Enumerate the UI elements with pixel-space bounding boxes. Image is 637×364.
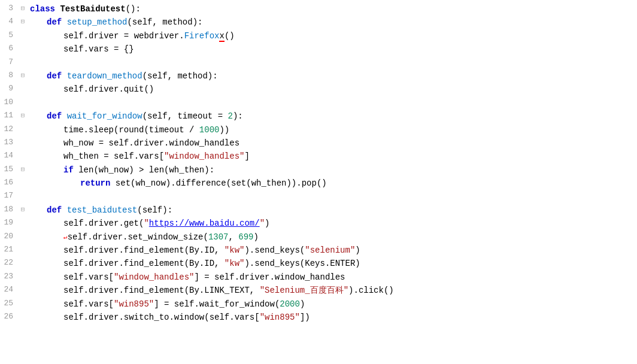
fold-4[interactable]: ⊟ xyxy=(18,16,28,28)
code-line-24: 24 self.driver.find_element(By.LINK_TEXT… xyxy=(0,284,637,297)
fold-16 xyxy=(18,177,28,178)
fold-18[interactable]: ⊟ xyxy=(18,204,28,216)
line-content-26: self.driver.switch_to.window(self.vars["… xyxy=(28,311,637,324)
code-line-23: 23 self.vars["window_handles"] = self.dr… xyxy=(0,271,637,284)
fold-5 xyxy=(18,29,28,31)
line-content-21: self.driver.find_element(By.ID, "kw").se… xyxy=(28,244,637,257)
code-line-8: 8 ⊟ def teardown_method(self, method): xyxy=(0,69,637,83)
line-content-6: self.vars = {} xyxy=(28,43,637,56)
line-content-20: ↵self.driver.set_window_size(1307, 699) xyxy=(28,230,637,244)
line-content-9: self.driver.quit() xyxy=(28,83,637,96)
code-line-20: 20 ↵self.driver.set_window_size(1307, 69… xyxy=(0,230,637,244)
line-num-15: 15 xyxy=(0,163,18,176)
code-line-19: 19 self.driver.get("https://www.baidu.co… xyxy=(0,217,637,230)
line-content-16: return set(wh_now).difference(set(wh_the… xyxy=(28,177,637,190)
code-line-12: 12 time.sleep(round(timeout / 1000)) xyxy=(0,123,637,136)
line-content-4: def setup_method(self, method): xyxy=(28,16,637,29)
line-num-8: 8 xyxy=(0,69,18,82)
fold-19 xyxy=(18,217,28,218)
line-num-20: 20 xyxy=(0,230,18,243)
line-num-4: 4 xyxy=(0,16,18,28)
code-editor: 3 ⊟ class TestBaidutest(): 4 ⊟ def setup… xyxy=(0,0,637,364)
line-content-7 xyxy=(28,56,637,69)
line-content-13: wh_now = self.driver.window_handles xyxy=(28,136,637,150)
code-line-7: 7 xyxy=(0,56,637,69)
code-line-26: 26 self.driver.switch_to.window(self.var… xyxy=(0,311,637,324)
line-num-10: 10 xyxy=(0,96,18,109)
line-num-23: 23 xyxy=(0,271,18,283)
code-line-25: 25 self.vars["win895"] = self.wait_for_w… xyxy=(0,298,637,311)
fold-20 xyxy=(18,230,28,232)
fold-15[interactable]: ⊟ xyxy=(18,163,28,175)
line-num-22: 22 xyxy=(0,257,18,269)
fold-24 xyxy=(18,284,28,285)
code-line-11: 11 ⊟ def wait_for_window(self, timeout =… xyxy=(0,110,637,123)
line-content-12: time.sleep(round(timeout / 1000)) xyxy=(28,123,637,136)
code-line-10: 10 xyxy=(0,96,637,110)
line-num-7: 7 xyxy=(0,56,18,69)
code-line-21: 21 self.driver.find_element(By.ID, "kw")… xyxy=(0,244,637,257)
fold-14 xyxy=(18,150,28,151)
line-content-14: wh_then = self.vars["window_handles"] xyxy=(28,150,637,163)
line-content-22: self.driver.find_element(By.ID, "kw").se… xyxy=(28,257,637,270)
line-content-24: self.driver.find_element(By.LINK_TEXT, "… xyxy=(28,284,637,297)
line-num-9: 9 xyxy=(0,83,18,95)
fold-10 xyxy=(18,96,28,98)
fold-26 xyxy=(18,311,28,312)
line-num-18: 18 xyxy=(0,204,18,216)
line-num-11: 11 xyxy=(0,110,18,122)
line-content-17 xyxy=(28,190,637,203)
fold-23 xyxy=(18,271,28,272)
fold-22 xyxy=(18,257,28,258)
line-num-26: 26 xyxy=(0,311,18,323)
fold-7 xyxy=(18,56,28,57)
fold-12 xyxy=(18,123,28,125)
code-line-22: 22 self.driver.find_element(By.ID, "kw")… xyxy=(0,257,637,270)
line-num-13: 13 xyxy=(0,136,18,149)
line-num-21: 21 xyxy=(0,244,18,256)
code-line-15: 15 ⊟ if len(wh_now) > len(wh_then): xyxy=(0,163,637,177)
line-content-8: def teardown_method(self, method): xyxy=(28,69,637,83)
line-content-3: class TestBaidutest(): xyxy=(28,2,637,16)
line-content-10 xyxy=(28,96,637,110)
line-content-15: if len(wh_now) > len(wh_then): xyxy=(28,163,637,177)
fold-9 xyxy=(18,83,28,84)
code-line-4: 4 ⊟ def setup_method(self, method): xyxy=(0,16,637,29)
fold-17 xyxy=(18,190,28,191)
line-content-19: self.driver.get("https://www.baidu.com/"… xyxy=(28,217,637,230)
line-num-25: 25 xyxy=(0,298,18,310)
code-line-18: 18 ⊟ def test_baidutest(self): xyxy=(0,204,637,217)
fold-21 xyxy=(18,244,28,245)
code-line-6: 6 self.vars = {} xyxy=(0,43,637,56)
line-num-3: 3 xyxy=(0,2,18,15)
line-num-19: 19 xyxy=(0,217,18,229)
fold-13 xyxy=(18,136,28,138)
code-line-5: 5 self.driver = webdriver.Firefoxx() xyxy=(0,29,637,43)
code-line-16: 16 return set(wh_now).difference(set(wh_… xyxy=(0,177,637,190)
fold-8[interactable]: ⊟ xyxy=(18,69,28,81)
line-num-24: 24 xyxy=(0,284,18,296)
line-content-11: def wait_for_window(self, timeout = 2): xyxy=(28,110,637,123)
fold-3[interactable]: ⊟ xyxy=(18,2,28,14)
line-num-16: 16 xyxy=(0,177,18,189)
line-num-6: 6 xyxy=(0,43,18,55)
line-content-23: self.vars["window_handles"] = self.drive… xyxy=(28,271,637,284)
line-content-5: self.driver = webdriver.Firefoxx() xyxy=(28,29,637,43)
code-line-17: 17 xyxy=(0,190,637,203)
line-num-12: 12 xyxy=(0,123,18,136)
code-line-13: 13 wh_now = self.driver.window_handles xyxy=(0,136,637,150)
code-line-3: 3 ⊟ class TestBaidutest(): xyxy=(0,2,637,16)
code-line-14: 14 wh_then = self.vars["window_handles"] xyxy=(0,150,637,163)
line-content-25: self.vars["win895"] = self.wait_for_wind… xyxy=(28,298,637,311)
fold-11[interactable]: ⊟ xyxy=(18,110,28,122)
fold-25 xyxy=(18,298,28,299)
line-num-5: 5 xyxy=(0,29,18,42)
fold-6 xyxy=(18,43,28,44)
line-num-14: 14 xyxy=(0,150,18,162)
code-line-9: 9 self.driver.quit() xyxy=(0,83,637,96)
line-num-17: 17 xyxy=(0,190,18,202)
line-content-18: def test_baidutest(self): xyxy=(28,204,637,217)
